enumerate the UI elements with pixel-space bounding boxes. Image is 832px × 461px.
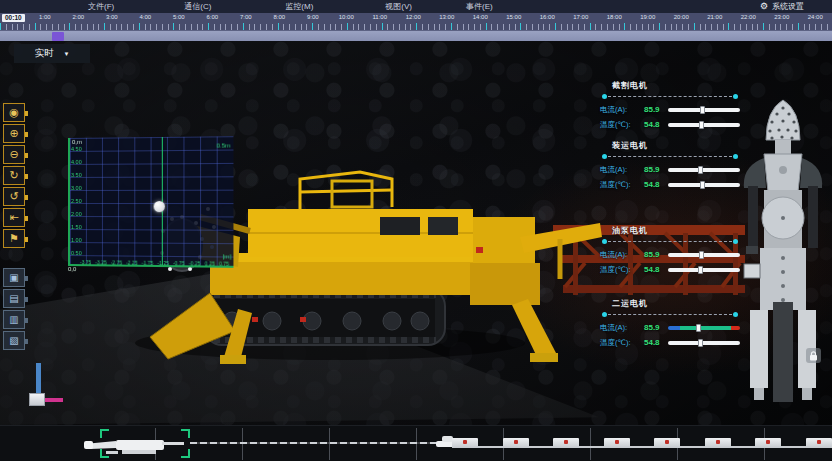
hour-label: 2:00 [62, 13, 96, 21]
zoom-out-icon[interactable]: ⊖ [3, 145, 25, 164]
x-axis-icon [45, 398, 63, 402]
grid-unit-label: [m] [223, 253, 232, 259]
hour-label: 24:00 [799, 13, 832, 21]
motor-range-slider[interactable] [602, 152, 738, 161]
metric-bar-thumb[interactable] [699, 251, 704, 259]
metric-bar[interactable] [668, 108, 740, 112]
view-cube-top-icon[interactable]: ▣ [3, 268, 25, 287]
ruler-ticks [0, 22, 832, 30]
conveyor-marker-icon [463, 440, 467, 444]
grid-x-tick: -3.25 [95, 259, 106, 265]
metric-bar-thumb[interactable] [698, 166, 703, 174]
rotate-cw-icon[interactable]: ↻ [3, 166, 25, 185]
slider-dot-left-icon[interactable] [602, 239, 607, 244]
machine-topview-schematic [736, 96, 831, 425]
metric-bar-thumb[interactable] [700, 181, 705, 189]
conveyor-segment[interactable] [806, 438, 832, 447]
metric-bar-thumb[interactable] [700, 106, 705, 114]
mining-machine-monitor-app: 文件(F)通信(C)监控(M)视图(V)事件(E) ⚙ 系统设置 00:10 1… [0, 0, 832, 461]
slider-dot-left-icon[interactable] [602, 94, 607, 99]
current-time-badge: 00:10 [2, 14, 25, 22]
motor-row: 温度(℃): 54.8 [600, 117, 740, 132]
motor-row: 电流(A): 85.9 [600, 162, 740, 177]
menu-item[interactable]: 事件(E) [460, 0, 499, 13]
conveyor-marker-icon [766, 440, 770, 444]
conveyor-segment[interactable] [604, 438, 630, 447]
conveyor-segment[interactable] [654, 438, 680, 447]
hour-label: 11:00 [363, 13, 397, 21]
metric-value: 85.9 [644, 165, 668, 174]
menu-bar: 文件(F)通信(C)监控(M)视图(V)事件(E) ⚙ 系统设置 [0, 0, 832, 13]
menu-items: 文件(F)通信(C)监控(M)视图(V)事件(E) [0, 0, 499, 13]
motor-range-slider[interactable] [602, 310, 738, 319]
metric-label: 电流(A): [600, 165, 644, 175]
view-cube-front-icon[interactable]: ▤ [3, 289, 25, 308]
grid-x-tick: -1.75 [142, 260, 154, 266]
metric-bar-thumb[interactable] [698, 339, 703, 347]
motor-rows: 电流(A): 85.9 温度(℃): 54.8 [600, 247, 740, 277]
motor-row: 电流(A): 85.9 [600, 102, 740, 117]
metric-bar-thumb[interactable] [696, 324, 701, 332]
flag-marker-icon[interactable]: ⚑ [3, 229, 25, 248]
metric-bar[interactable] [668, 268, 740, 272]
metric-bar-thumb[interactable] [698, 266, 703, 274]
motor-range-slider[interactable] [602, 92, 738, 101]
conveyor-segment[interactable] [553, 438, 579, 447]
menu-item[interactable]: 通信(C) [178, 0, 217, 13]
grid-y-tick: 4.00 [71, 159, 82, 165]
hour-label: 15:00 [497, 13, 531, 21]
lock-button[interactable] [806, 348, 821, 363]
conveyor-marker-icon [665, 440, 669, 444]
view-cube-iso-icon[interactable]: ▧ [3, 331, 25, 350]
metric-bar[interactable] [668, 183, 740, 187]
slider-track [608, 156, 732, 157]
slider-dot-left-icon[interactable] [602, 154, 607, 159]
hour-label: 16:00 [531, 13, 565, 21]
metric-value: 54.8 [644, 120, 668, 129]
metric-bar[interactable] [668, 168, 740, 172]
live-mode-label: 实时 [35, 47, 54, 60]
motor-title: 截割电机 [600, 80, 740, 91]
menu-item[interactable]: 文件(F) [82, 0, 120, 13]
conveyor-segment[interactable] [452, 438, 478, 447]
timeline-ruler[interactable]: 00:10 1:002:003:004:005:006:007:008:009:… [0, 13, 832, 30]
pan-icon[interactable]: ⇤ [3, 208, 25, 227]
motor-range-slider[interactable] [602, 237, 738, 246]
slider-dot-right-icon[interactable] [733, 239, 738, 244]
conveyor-segment[interactable] [705, 438, 731, 447]
grid-y-ticks: 4.504.003.503.002.502.001.501.000.50 [71, 146, 82, 256]
zoom-in-icon[interactable]: ⊕ [3, 124, 25, 143]
3d-viewport[interactable]: 实时 ▼ ◉⊕⊖↻↺⇤⚑ ▣▤▥▧ 4.504.003.503.002.502.… [0, 41, 832, 425]
conveyor-marker-icon [817, 440, 821, 444]
metric-value: 54.8 [644, 338, 668, 347]
hour-label: 7:00 [229, 13, 263, 21]
nav-tool-group: ◉⊕⊖↻↺⇤⚑ [3, 103, 25, 248]
hour-label: 14:00 [464, 13, 498, 21]
view-cube-side-icon[interactable]: ▥ [3, 310, 25, 329]
system-settings-button[interactable]: ⚙ 系统设置 [760, 0, 804, 13]
slider-dot-right-icon[interactable] [733, 94, 738, 99]
rotate-ccw-icon[interactable]: ↺ [3, 187, 25, 206]
metric-bar[interactable] [668, 326, 740, 330]
metric-bar-thumb[interactable] [699, 121, 704, 129]
hour-label: 20:00 [665, 13, 699, 21]
menu-item[interactable]: 监控(M) [279, 0, 319, 13]
metric-bar[interactable] [668, 253, 740, 257]
equipment-timeline-strip[interactable] [0, 425, 832, 461]
metric-bar[interactable] [668, 341, 740, 345]
cutting-section-grid-panel[interactable]: 4.504.003.503.002.502.001.501.000.50 -3.… [68, 136, 233, 268]
timeline-scrubber[interactable] [52, 32, 64, 41]
reset-view-icon[interactable]: ◉ [3, 103, 25, 122]
hour-label: 18:00 [598, 13, 632, 21]
hour-label: 13:00 [430, 13, 464, 21]
conveyor-segment[interactable] [503, 438, 529, 447]
motor-panels: 截割电机 电流(A): 85.9 [600, 80, 740, 350]
menu-item[interactable]: 视图(V) [379, 0, 418, 13]
live-mode-dropdown[interactable]: 实时 ▼ [14, 44, 90, 63]
metric-bar[interactable] [668, 123, 740, 127]
slider-dot-right-icon[interactable] [733, 154, 738, 159]
slider-dot-left-icon[interactable] [602, 312, 607, 317]
slider-dot-right-icon[interactable] [733, 312, 738, 317]
timeline-scrollbar[interactable] [0, 30, 832, 41]
conveyor-segment[interactable] [755, 438, 781, 447]
